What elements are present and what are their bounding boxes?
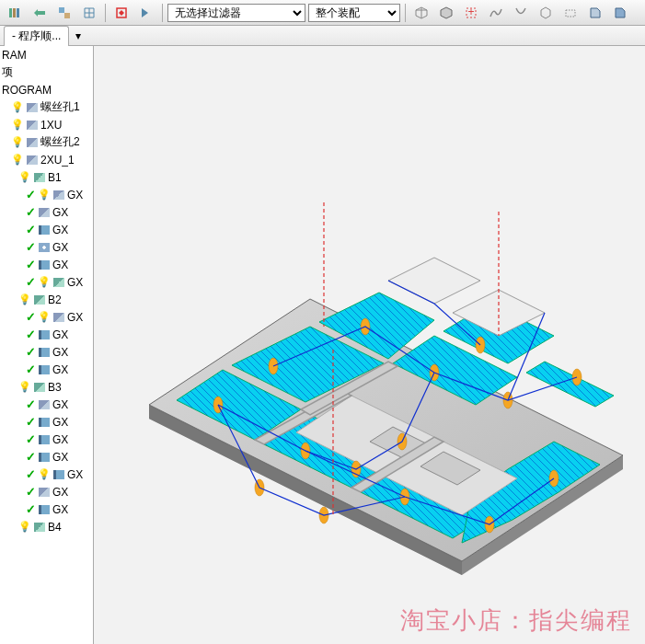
tree-item-label: GX — [52, 398, 68, 411]
tool-btn-red[interactable] — [110, 3, 132, 23]
cad-model — [94, 46, 645, 644]
operation-tree[interactable]: RAM项ROGRAM💡螺丝孔1💡1XU💡螺丝孔2💡2XU_1💡B1✓💡GX✓GX… — [0, 46, 94, 644]
tree-item-label: B2 — [48, 293, 62, 306]
tree-item-label: GX — [52, 241, 68, 254]
3d-viewport[interactable]: 淘宝小店：指尖编程 — [94, 46, 645, 644]
check-icon: ✓ — [26, 502, 36, 516]
tree-item[interactable]: 💡1XU — [0, 116, 93, 133]
tree-item[interactable]: ✓GX — [0, 326, 93, 343]
bulb-icon: 💡 — [38, 468, 51, 480]
tree-item-label: 2XU_1 — [40, 154, 75, 167]
tree-item[interactable]: ✓GX — [0, 221, 93, 238]
bulb-icon: 💡 — [11, 154, 24, 166]
tree-item-label: GX — [52, 486, 68, 499]
tree-item[interactable]: ✓GX — [0, 343, 93, 361]
operation-icon — [33, 172, 46, 183]
check-icon: ✓ — [26, 432, 36, 446]
tree-item-label: B3 — [48, 381, 62, 394]
tool-btn-2[interactable] — [29, 3, 51, 23]
tree-item[interactable]: 💡B1 — [0, 168, 93, 186]
operation-icon — [33, 294, 46, 305]
tool-btn-obj1[interactable] — [584, 3, 606, 23]
tree-item-label: GX — [52, 328, 68, 341]
tree-item[interactable]: ✓GX — [0, 238, 93, 256]
operation-icon — [52, 469, 65, 480]
tree-item-label: 螺丝孔1 — [40, 99, 80, 115]
svg-rect-8 — [566, 10, 575, 17]
check-icon: ✓ — [26, 485, 36, 499]
tool-btn-hex[interactable] — [535, 3, 557, 23]
tree-item[interactable]: RAM — [0, 46, 93, 63]
tree-item-label: ROGRAM — [2, 84, 52, 97]
check-icon: ✓ — [26, 223, 36, 236]
operation-icon — [38, 242, 51, 253]
tree-item-label: GX — [52, 503, 68, 516]
tree-item[interactable]: ✓GX — [0, 413, 93, 431]
tool-btn-rect[interactable] — [559, 3, 582, 23]
tool-btn-cube1[interactable] — [410, 3, 432, 23]
operation-icon — [26, 137, 39, 148]
bulb-icon: 💡 — [38, 276, 51, 288]
svg-rect-3 — [59, 7, 64, 13]
tool-btn-cube2[interactable] — [435, 3, 457, 23]
tab-label: - 程序顺... — [12, 29, 61, 42]
tool-btn-obj2[interactable] — [609, 3, 631, 23]
operation-icon — [38, 224, 51, 236]
tree-item-label: B1 — [48, 171, 62, 184]
tab-header: - 程序顺... ▾ — [0, 26, 645, 46]
tool-btn-curve2[interactable] — [510, 3, 532, 23]
bulb-icon: 💡 — [18, 171, 31, 183]
tree-item[interactable]: 💡B4 — [0, 518, 93, 535]
tree-item[interactable]: ✓💡GX — [0, 273, 93, 291]
tree-item-label: GX — [52, 451, 68, 464]
tree-item[interactable]: 💡B3 — [0, 378, 93, 396]
bulb-icon: 💡 — [38, 311, 51, 323]
main-area: RAM项ROGRAM💡螺丝孔1💡1XU💡螺丝孔2💡2XU_1💡B1✓💡GX✓GX… — [0, 46, 645, 644]
tree-item[interactable]: 💡2XU_1 — [0, 151, 93, 168]
tree-item[interactable]: ✓💡GX — [0, 186, 93, 203]
operation-icon — [26, 155, 39, 166]
tree-item[interactable]: ✓GX — [0, 500, 93, 518]
tree-item[interactable]: 💡B2 — [0, 291, 93, 308]
tool-btn-3[interactable] — [53, 3, 75, 23]
check-icon: ✓ — [26, 415, 36, 429]
bulb-icon: 💡 — [11, 136, 24, 148]
filter-select[interactable]: 无选择过滤器 — [167, 4, 305, 22]
tool-btn-curve[interactable] — [485, 3, 507, 23]
tree-item[interactable]: ✓💡GX — [0, 466, 93, 483]
tree-item-label: 1XU — [40, 119, 62, 132]
tool-btn-4[interactable] — [78, 3, 100, 23]
svg-rect-1 — [13, 8, 16, 17]
operation-icon — [52, 277, 65, 288]
tool-btn-select[interactable]: + — [460, 3, 482, 23]
tree-item[interactable]: ✓GX — [0, 203, 93, 221]
bulb-icon: 💡 — [18, 521, 31, 533]
assembly-select[interactable]: 整个装配 — [308, 4, 400, 22]
check-icon: ✓ — [26, 397, 36, 411]
tree-item[interactable]: 💡螺丝孔2 — [0, 133, 93, 151]
tree-item[interactable]: ✓GX — [0, 431, 93, 448]
watermark-text: 淘宝小店：指尖编程 — [400, 604, 632, 637]
separator — [105, 4, 106, 22]
tab-dropdown-icon[interactable]: ▾ — [71, 29, 86, 43]
tool-btn-1[interactable] — [4, 3, 26, 23]
tree-item[interactable]: ✓💡GX — [0, 308, 93, 326]
tree-item[interactable]: ✓GX — [0, 256, 93, 273]
tree-item[interactable]: ✓GX — [0, 396, 93, 413]
tree-item[interactable]: ✓GX — [0, 483, 93, 500]
operation-icon — [26, 120, 39, 131]
operation-icon — [38, 347, 51, 358]
tree-item[interactable]: 💡螺丝孔1 — [0, 98, 93, 116]
check-icon: ✓ — [26, 310, 36, 324]
program-tab[interactable]: - 程序顺... — [4, 26, 69, 46]
tree-item[interactable]: ✓GX — [0, 361, 93, 378]
tool-btn-arrow[interactable] — [135, 3, 157, 23]
check-icon: ✓ — [26, 467, 36, 481]
operation-icon — [52, 312, 65, 323]
tree-item-label: GX — [52, 433, 68, 446]
operation-icon — [38, 329, 51, 340]
separator — [405, 4, 406, 22]
tree-item[interactable]: 项 — [0, 63, 93, 81]
tree-item[interactable]: ✓GX — [0, 448, 93, 466]
tree-item[interactable]: ROGRAM — [0, 81, 93, 98]
